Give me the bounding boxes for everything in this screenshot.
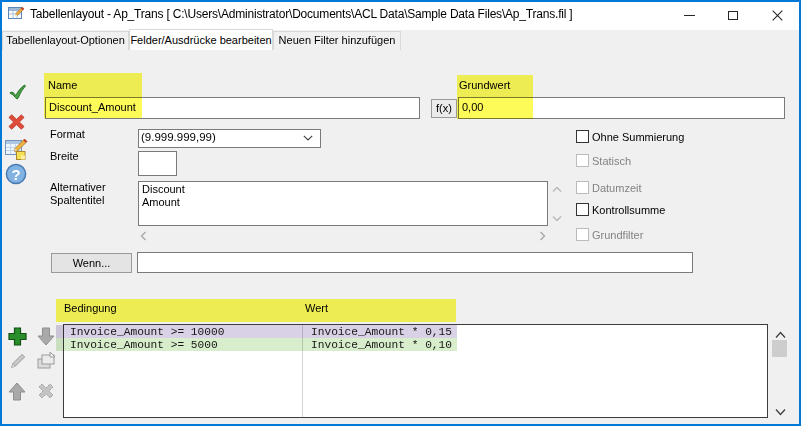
svg-text:?: ? (11, 166, 20, 183)
